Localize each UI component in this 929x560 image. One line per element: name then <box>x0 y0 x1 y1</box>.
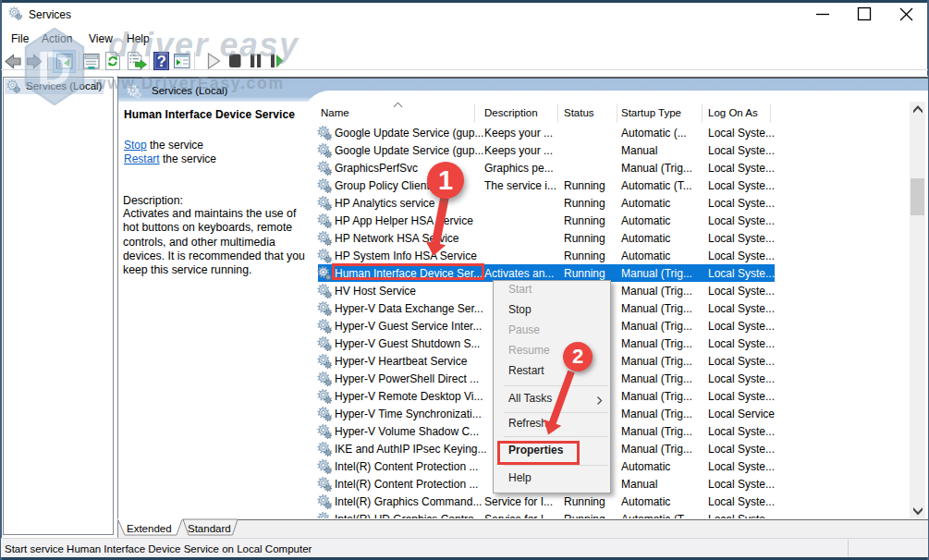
svg-text:D: D <box>37 42 72 95</box>
svg-text:Standard: Standard <box>188 523 231 534</box>
svg-text:Extended: Extended <box>127 523 172 534</box>
